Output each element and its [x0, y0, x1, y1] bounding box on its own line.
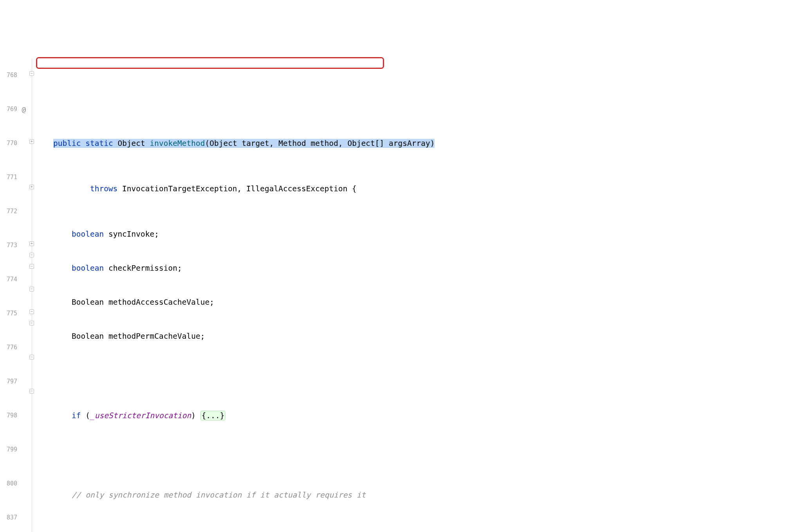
line-number[interactable]: 773 [0, 240, 17, 251]
fold-toggle-icon[interactable] [29, 389, 34, 394]
line-number[interactable]: 797 [0, 376, 17, 387]
fold-toggle-icon[interactable] [29, 185, 34, 189]
line-number[interactable]: 771 [0, 172, 17, 183]
line-number[interactable]: 775 [0, 308, 17, 319]
line-number[interactable]: 799 [0, 444, 17, 455]
line-number[interactable]: 768 [0, 70, 17, 81]
line-number[interactable]: 769 [0, 104, 17, 115]
code-line[interactable]: boolean checkPermission; [53, 262, 808, 274]
line-number[interactable]: 770 [0, 138, 17, 149]
line-number[interactable]: 798 [0, 410, 17, 421]
line-number[interactable]: 776 [0, 342, 17, 353]
fold-toggle-icon[interactable] [29, 71, 34, 76]
fold-toggle-icon[interactable] [29, 309, 34, 314]
code-line[interactable]: // only synchronize method invocation if… [53, 489, 808, 501]
method-signature-highlight [36, 57, 384, 69]
code-line[interactable]: Boolean methodPermCacheValue; [53, 331, 808, 342]
line-number[interactable]: 774 [0, 274, 17, 285]
code-line[interactable] [53, 92, 808, 104]
fold-gutter [28, 45, 36, 532]
code-line[interactable] [53, 365, 808, 376]
code-line[interactable]: public static Object invokeMethod(Object… [53, 138, 808, 149]
code-line[interactable]: boolean syncInvoke; [53, 228, 808, 240]
code-line[interactable] [53, 523, 808, 532]
code-line[interactable]: throws InvocationTargetException, Illega… [53, 183, 808, 194]
line-number[interactable]: 800 [0, 478, 17, 489]
override-annotation-icon[interactable]: @ [20, 104, 28, 115]
fold-toggle-icon[interactable] [29, 253, 34, 257]
fold-toggle-icon[interactable] [29, 355, 34, 359]
code-area[interactable]: public static Object invokeMethod(Object… [36, 45, 808, 532]
fold-guide-line [32, 58, 32, 532]
line-number[interactable]: 837 [0, 512, 17, 523]
code-line[interactable]: Boolean methodAccessCacheValue; [53, 297, 808, 308]
code-line[interactable] [53, 455, 808, 467]
fold-toggle-icon[interactable] [29, 139, 34, 144]
fold-toggle-icon[interactable] [29, 241, 34, 246]
code-editor: 768 769 770 771 772 773 774 775 776 797 … [0, 45, 808, 532]
fold-toggle-icon[interactable] [29, 287, 34, 291]
folded-block[interactable]: {...} [200, 411, 226, 421]
fold-toggle-icon[interactable] [29, 264, 34, 269]
line-number[interactable]: 772 [0, 206, 17, 217]
annotation-gutter: @ [20, 45, 28, 532]
line-number-gutter: 768 769 770 771 772 773 774 775 776 797 … [0, 45, 20, 532]
code-line[interactable]: if (_useStricterInvocation) {...} [53, 410, 808, 421]
fold-toggle-icon[interactable] [29, 321, 34, 325]
